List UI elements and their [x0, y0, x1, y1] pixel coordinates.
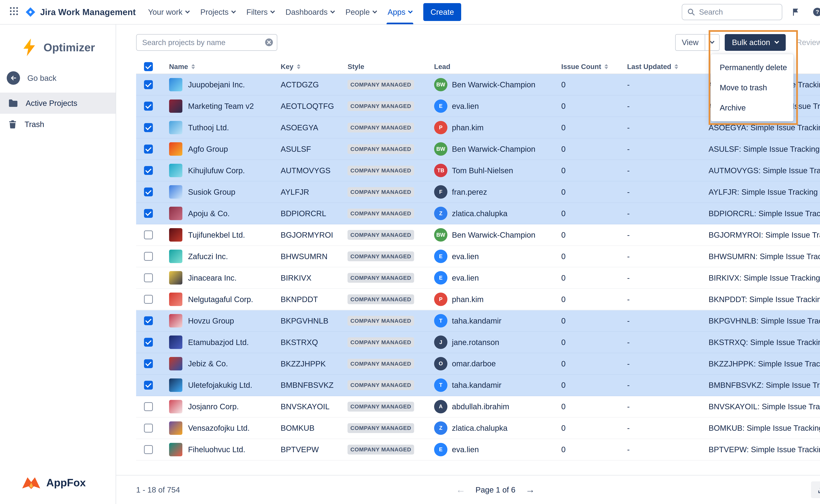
app-switcher-button[interactable]: [6, 4, 22, 20]
project-search-input[interactable]: [136, 34, 277, 51]
nav-dashboards[interactable]: Dashboards: [280, 0, 340, 24]
row-checkbox[interactable]: [144, 316, 153, 325]
row-checkbox[interactable]: [144, 102, 153, 110]
project-icon: [169, 314, 182, 327]
menu-item-permanently-delete[interactable]: Permanently delete: [711, 57, 793, 78]
project-summary: BHWSUMRN: Simple Issue Trackin...: [709, 252, 820, 261]
lead-name: omar.darboe: [452, 359, 496, 368]
table-row[interactable]: Etamubazjod Ltd. BKSTRXQ COMPANY MANAGED…: [136, 332, 820, 353]
project-search[interactable]: [136, 34, 277, 51]
sidebar-item-active-projects[interactable]: Active Projects: [0, 93, 116, 114]
table-row[interactable]: Hovzu Group BKPGVHNLB COMPANY MANAGED T …: [136, 310, 820, 332]
row-checkbox[interactable]: [144, 80, 153, 89]
project-key: AYLFJR: [280, 188, 347, 197]
view-dropdown-button[interactable]: [705, 35, 719, 50]
select-all-checkbox[interactable]: [144, 62, 153, 71]
fox-logo-icon: [21, 476, 41, 490]
trash-icon: [8, 120, 17, 129]
lead-name: phan.kim: [452, 295, 484, 304]
row-checkbox[interactable]: [144, 359, 153, 368]
sidebar-item-trash[interactable]: Trash: [0, 114, 116, 135]
row-checkbox[interactable]: [144, 338, 153, 347]
column-header-issue-count[interactable]: Issue Count: [561, 63, 627, 71]
row-checkbox[interactable]: [144, 402, 153, 411]
menu-item-move-to-trash[interactable]: Move to trash: [711, 78, 793, 98]
project-summary: BNVSKAYOIL: Simple Issue Tracki...: [709, 402, 820, 411]
chevron-down-icon: [270, 9, 275, 14]
table-row[interactable]: Apoju & Co. BDPIORCRL COMPANY MANAGED Z …: [136, 203, 820, 224]
lead-avatar: J: [434, 336, 448, 349]
menu-item-archive[interactable]: Archive: [711, 98, 793, 118]
row-checkbox[interactable]: [144, 381, 153, 390]
style-badge: COMPANY MANAGED: [347, 423, 414, 433]
sidebar: Optimizer Go back Active Projects Trash: [0, 25, 116, 504]
nav-filters[interactable]: Filters: [241, 0, 280, 24]
nav-projects[interactable]: Projects: [195, 0, 241, 24]
prev-page-button[interactable]: ←: [456, 485, 466, 494]
style-badge: COMPANY MANAGED: [347, 402, 414, 411]
row-checkbox[interactable]: [144, 230, 153, 239]
lead-avatar: P: [434, 293, 448, 306]
style-badge: COMPANY MANAGED: [347, 380, 414, 390]
style-badge: COMPANY MANAGED: [347, 337, 414, 347]
project-icon: [169, 164, 182, 177]
row-checkbox[interactable]: [144, 209, 153, 218]
go-back-button[interactable]: Go back: [0, 69, 116, 93]
app-switcher-grid-icon: [9, 6, 19, 18]
lead-name: zlatica.chalupka: [452, 424, 508, 433]
help-button[interactable]: ?: [809, 4, 820, 20]
view-button[interactable]: View: [676, 35, 705, 50]
column-header-last-updated[interactable]: Last Updated: [627, 63, 709, 71]
nav-apps[interactable]: Apps: [382, 0, 418, 24]
clear-search-icon[interactable]: [264, 38, 273, 47]
create-button[interactable]: Create: [423, 3, 461, 21]
view-control: View: [675, 34, 720, 51]
bulk-action-button[interactable]: Bulk action: [725, 34, 786, 51]
announcements-button[interactable]: [787, 4, 804, 20]
row-checkbox[interactable]: [144, 166, 153, 175]
project-icon: [169, 271, 182, 285]
chevron-down-icon: [330, 9, 335, 14]
column-header-name[interactable]: Name: [165, 63, 280, 71]
lightning-bolt-icon: [21, 38, 38, 57]
table-row[interactable]: Fiheluohvuc Ltd. BPTVEPW COMPANY MANAGED…: [136, 439, 820, 461]
issue-count: 0: [561, 188, 627, 197]
table-row[interactable]: Kihujlufuw Corp. AUTMOVYGS COMPANY MANAG…: [136, 160, 820, 181]
table-row[interactable]: Nelgutagaful Corp. BKNPDDT COMPANY MANAG…: [136, 289, 820, 310]
row-checkbox[interactable]: [144, 123, 153, 132]
project-key: ACTDGZG: [280, 80, 347, 89]
table-row[interactable]: Jinaceara Inc. BIRKIVX COMPANY MANAGED E…: [136, 267, 820, 289]
row-checkbox[interactable]: [144, 424, 153, 433]
project-name: Zafuczi Inc.: [188, 252, 228, 261]
row-checkbox[interactable]: [144, 273, 153, 282]
table-row[interactable]: Jebiz & Co. BKZZJHPPK COMPANY MANAGED O …: [136, 353, 820, 375]
project-key: BKSTRXQ: [280, 338, 347, 347]
global-search-input[interactable]: [699, 8, 777, 16]
column-header-key[interactable]: Key: [280, 63, 347, 71]
style-badge: COMPANY MANAGED: [347, 80, 414, 89]
row-checkbox[interactable]: [144, 252, 153, 261]
lead-name: abdullah.ibrahim: [452, 402, 509, 411]
style-badge: COMPANY MANAGED: [347, 166, 414, 175]
project-summary: ASOEGYA: Simple Issue Tracking I...: [709, 123, 820, 132]
table-row[interactable]: Agfo Group ASULSF COMPANY MANAGED BW Ben…: [136, 138, 820, 160]
row-checkbox[interactable]: [144, 445, 153, 454]
table-row[interactable]: Zafuczi Inc. BHWSUMRN COMPANY MANAGED E …: [136, 246, 820, 267]
table-row[interactable]: Uletefojakukig Ltd. BMBNFBSVKZ COMPANY M…: [136, 375, 820, 396]
nav-your-work[interactable]: Your work: [142, 0, 195, 24]
review-changes-button: Review changes: [791, 34, 820, 51]
export-button[interactable]: Export: [811, 481, 820, 498]
table-row[interactable]: Tujifunekbel Ltd. BGJORMYROI COMPANY MAN…: [136, 224, 820, 246]
nav-people[interactable]: People: [340, 0, 382, 24]
row-checkbox[interactable]: [144, 295, 153, 304]
table-row[interactable]: Susiok Group AYLFJR COMPANY MANAGED F fr…: [136, 181, 820, 203]
lead-name: phan.kim: [452, 123, 484, 132]
row-checkbox[interactable]: [144, 188, 153, 196]
jira-brand[interactable]: Jira Work Management: [22, 6, 142, 18]
table-row[interactable]: Josjanro Corp. BNVSKAYOIL COMPANY MANAGE…: [136, 396, 820, 418]
global-search[interactable]: [682, 4, 782, 20]
next-page-button[interactable]: →: [526, 485, 535, 494]
row-checkbox[interactable]: [144, 145, 153, 153]
project-key: BDPIORCRL: [280, 209, 347, 218]
table-row[interactable]: Vensazofojku Ltd. BOMKUB COMPANY MANAGED…: [136, 418, 820, 439]
